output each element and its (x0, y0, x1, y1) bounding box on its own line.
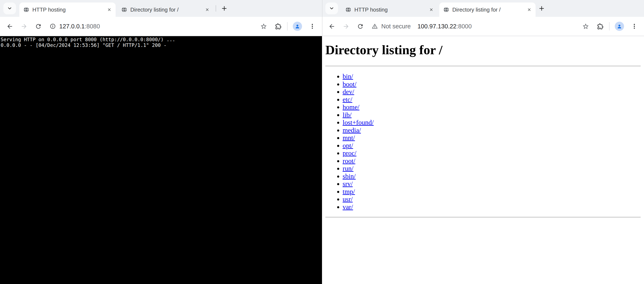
forward-button[interactable] (341, 21, 351, 31)
browser-window-left: HTTP hosting Directory listing for / 127… (0, 0, 322, 284)
browser-toolbar: 127.0.0.1:8080 (0, 17, 322, 36)
url-text: 100.97.130.22:8000 (418, 23, 472, 30)
close-icon (429, 7, 434, 12)
directory-link[interactable]: sbin/ (342, 172, 356, 180)
person-icon (616, 23, 622, 30)
directory-link[interactable]: lib/ (342, 111, 352, 118)
reload-button[interactable] (33, 21, 43, 31)
directory-link[interactable]: run/ (342, 164, 354, 172)
directory-link[interactable]: var/ (342, 203, 353, 211)
directory-list: bin/boot/dev/etc/home/lib/lost+found/med… (325, 72, 641, 211)
tab-http-hosting[interactable]: HTTP hosting (341, 2, 438, 17)
avatar (615, 22, 624, 31)
terminal-line: 0.0.0.0 - - [04/Dec/2024 12:53:56] "GET … (1, 42, 322, 48)
tab-search-button[interactable] (325, 2, 338, 14)
globe-icon (121, 6, 127, 13)
directory-entry: etc/ (342, 96, 641, 104)
new-tab-button[interactable] (537, 4, 546, 13)
tab-http-hosting[interactable]: HTTP hosting (19, 2, 116, 17)
directory-link[interactable]: mnt/ (342, 134, 355, 142)
bookmark-button[interactable] (580, 21, 590, 31)
directory-link[interactable]: opt/ (342, 142, 353, 149)
terminal-page: Serving HTTP on 0.0.0.0 port 8000 (http:… (0, 36, 322, 284)
browser-menu-button[interactable] (307, 21, 318, 31)
url-host: 127.0.0.1 (59, 23, 85, 30)
directory-entry: home/ (342, 103, 641, 111)
extensions-button[interactable] (595, 21, 605, 31)
directory-entry: var/ (342, 203, 641, 211)
directory-link[interactable]: dev/ (342, 88, 354, 96)
directory-entry: lost+found/ (342, 118, 641, 126)
directory-link[interactable]: proc/ (342, 149, 356, 157)
directory-link[interactable]: srv/ (342, 180, 353, 188)
reload-button[interactable] (355, 21, 365, 31)
directory-link[interactable]: home/ (342, 103, 360, 111)
divider-bottom (325, 217, 641, 217)
directory-entry: mnt/ (342, 134, 641, 142)
forward-icon (342, 23, 350, 30)
directory-link[interactable]: usr/ (342, 195, 353, 203)
extensions-icon (596, 23, 604, 30)
tab-strip: HTTP hosting Directory listing for / (322, 0, 644, 17)
extensions-button[interactable] (273, 21, 283, 31)
new-tab-button[interactable] (220, 4, 229, 13)
directory-link[interactable]: boot/ (342, 80, 356, 88)
close-icon (527, 7, 532, 12)
tab-title: HTTP hosting (354, 6, 424, 13)
warning-icon[interactable] (372, 23, 378, 30)
directory-entry: opt/ (342, 142, 641, 150)
tab-close-button[interactable] (106, 6, 113, 14)
reload-icon (357, 23, 364, 30)
directory-link[interactable]: bin/ (342, 72, 353, 80)
profile-button[interactable] (614, 20, 625, 32)
tab-search-button[interactable] (3, 2, 16, 14)
avatar (293, 22, 302, 31)
directory-link[interactable]: lost+found/ (342, 118, 374, 126)
url-port: :8080 (85, 23, 100, 30)
page-title: Directory listing for / (325, 42, 641, 58)
tab-close-button[interactable] (526, 6, 533, 14)
toolbar-separator (287, 22, 288, 30)
directory-link[interactable]: etc/ (342, 96, 352, 103)
extensions-icon (274, 23, 282, 30)
directory-entry: media/ (342, 126, 641, 134)
chevron-down-icon (329, 6, 334, 11)
back-button[interactable] (4, 21, 15, 31)
url-text: 127.0.0.1:8080 (59, 23, 100, 30)
globe-icon (443, 6, 449, 13)
back-icon (6, 23, 13, 30)
bookmark-button[interactable] (258, 21, 268, 31)
browser-menu-button[interactable] (629, 21, 640, 31)
directory-entry: dev/ (342, 88, 641, 96)
divider-top (325, 66, 641, 66)
info-icon[interactable] (50, 23, 56, 30)
directory-entry: bin/ (342, 72, 641, 80)
directory-link[interactable]: media/ (342, 126, 361, 134)
plus-icon (538, 5, 545, 12)
profile-button[interactable] (292, 20, 303, 32)
back-button[interactable] (326, 21, 337, 31)
directory-entry: tmp/ (342, 188, 641, 196)
url-port: :8000 (456, 23, 472, 30)
star-icon (582, 23, 589, 30)
back-icon (328, 23, 335, 30)
address-bar[interactable]: Not secure 100.97.130.22:8000 (372, 23, 472, 30)
directory-entry: root/ (342, 157, 641, 165)
directory-entry: usr/ (342, 195, 641, 203)
toolbar-separator (609, 22, 610, 30)
directory-link[interactable]: tmp/ (342, 188, 355, 195)
forward-button[interactable] (19, 21, 29, 31)
directory-entry: sbin/ (342, 172, 641, 180)
tab-directory-listing[interactable]: Directory listing for / (439, 2, 536, 17)
directory-entry: run/ (342, 164, 641, 172)
tab-directory-listing[interactable]: Directory listing for / (117, 2, 214, 17)
tab-title: HTTP hosting (32, 6, 102, 13)
directory-entry: proc/ (342, 149, 641, 157)
tab-close-button[interactable] (428, 6, 435, 14)
address-bar[interactable]: 127.0.0.1:8080 (50, 23, 100, 30)
globe-icon (23, 6, 30, 13)
chevron-down-icon (7, 6, 12, 11)
directory-link[interactable]: root/ (342, 157, 355, 164)
tab-close-button[interactable] (204, 6, 211, 14)
globe-icon (345, 6, 352, 13)
